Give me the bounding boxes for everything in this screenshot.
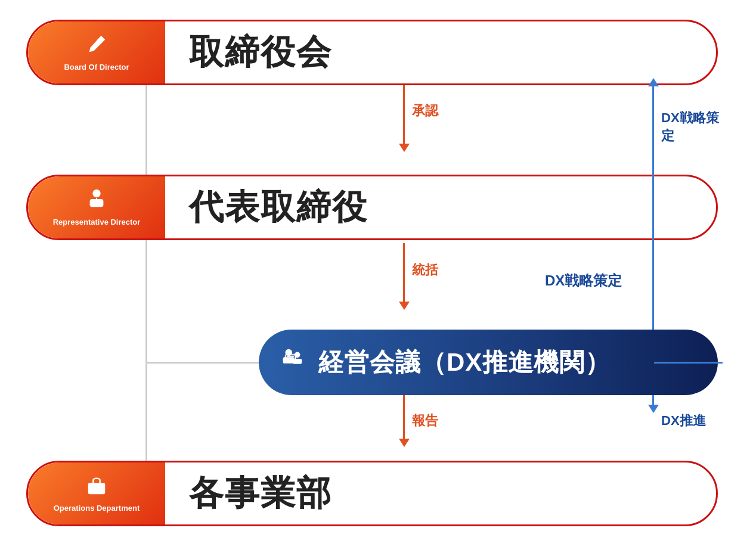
board-badge-label: Board Of Director [64,63,129,72]
board-title: 取締役会 [165,29,716,76]
mgmt-badge [259,346,312,380]
connector-line-blue-horiz [654,362,723,364]
arrow-rep-to-mgmt [403,243,405,303]
ops-badge: Operations Department [28,462,165,524]
arrow-blue-up [648,78,659,86]
label-dx-progress: DX推進 [661,412,706,430]
label-approval: 承認 [412,102,438,120]
label-dx-strategy: DX戦略策定 [661,109,730,145]
svg-rect-8 [285,354,295,361]
connector-line-left [145,85,147,467]
arrow-blue-down [648,405,659,413]
connector-line-gray-horiz [145,362,262,364]
svg-point-1 [92,190,100,197]
rep-title: 代表取締役 [165,184,716,231]
rep-badge: Representative Director [28,176,165,238]
label-report: 報告 [412,412,438,430]
label-oversight: 統括 [412,261,438,279]
management-meeting-box: 経営会議（DX推進機関） [259,330,718,395]
representative-director-box: Representative Director 代表取締役 [26,175,718,240]
ops-badge-label: Operations Department [54,504,140,513]
rep-badge-label: Representative Director [53,218,141,227]
meeting-icon [277,346,306,380]
ops-title: 各事業部 [165,470,716,517]
pen-icon [85,33,108,60]
org-diagram: Board Of Director 取締役会 承認 Representative… [26,14,730,520]
board-of-directors-box: Board Of Director 取締役会 [26,20,718,85]
arrow-mgmt-to-ops [403,395,405,440]
briefcase-icon [85,474,108,501]
operations-department-box: Operations Department 各事業部 [26,461,718,526]
board-badge: Board Of Director [28,21,165,83]
svg-rect-2 [90,199,104,207]
label-dx-strategy-display: DX戦略策定 [545,271,622,290]
arrow-board-to-rep [403,85,405,145]
person-icon [85,188,108,215]
